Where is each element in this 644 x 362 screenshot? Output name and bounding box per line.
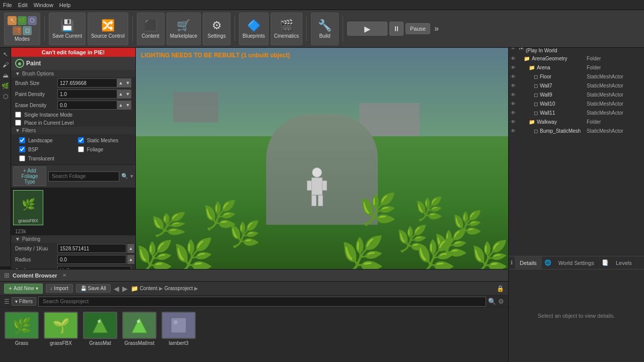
outliner-eye-6[interactable]: 👁 [511, 101, 519, 107]
mode-select-btn[interactable]: ↖ [1, 50, 10, 59]
outliner-eye-1[interactable]: 👁 [511, 56, 519, 61]
outliner-item-arena[interactable]: 👁 📁 Arena Folder [509, 63, 644, 72]
cb-asset-grass[interactable]: 🌿 Grass [4, 312, 39, 346]
erase-density-down[interactable]: ▼ [124, 101, 131, 110]
brush-options-header[interactable]: ▼ Brush Options [11, 70, 135, 77]
cb-breadcrumb: 📁 Content ▶ Grassproject ▶ [131, 285, 494, 292]
cb-asset-lambert3-thumb [162, 312, 196, 339]
source-control-btn[interactable]: 🔀 Source Control [88, 13, 128, 45]
viewport[interactable]: 🌿 🌿 🌿 🌿 🌿 🌿 🌿 🌿 🌿 🌿 🌿 🌿 🌿 LIGHTING NEEDS… [136, 48, 508, 269]
density-input[interactable] [57, 244, 126, 253]
pause-btn[interactable]: ⏸ [389, 22, 404, 36]
menu-edit[interactable]: Edit [18, 2, 28, 8]
cb-forward-btn[interactable]: ▶ [122, 285, 128, 293]
outliner-item-areageometry[interactable]: 👁 📁 ArenaGeometry Folder [509, 54, 644, 63]
settings-btn[interactable]: ⚙ Settings [203, 13, 230, 45]
foliage-asset-grassfbx[interactable]: 🌿 grassFBX [13, 190, 43, 225]
cb-search-input[interactable] [38, 297, 486, 307]
single-instance-label: Single Instance Mode [24, 112, 72, 118]
radius-up[interactable]: ▲ [127, 255, 134, 264]
foliage-search-input[interactable] [48, 171, 119, 182]
foliage-checkbox[interactable] [78, 146, 84, 152]
translucent-label: Translucent [28, 156, 54, 161]
search-icon[interactable]: 🔍 [121, 173, 128, 179]
pause-label-btn[interactable]: Pause [406, 23, 430, 34]
cb-asset-grassfbx[interactable]: 🌱 grassFBX [43, 312, 78, 346]
save-current-btn[interactable]: 💾 Save Current [49, 13, 86, 45]
outliner-eye-4[interactable]: 👁 [511, 83, 519, 88]
outliner-item-floor[interactable]: 👁 ◻ Floor StaticMeshActor [509, 72, 644, 81]
mode-geometry-btn[interactable]: ⬡ [1, 92, 10, 101]
cb-import-btn[interactable]: ↓ Import [46, 284, 73, 293]
cb-asset-grassmatinst[interactable]: GrassMatInst [122, 312, 157, 346]
cb-filters-btn[interactable]: ▾ Filters [12, 297, 36, 306]
blueprints-icon: 🔷 [247, 19, 261, 32]
tab-levels[interactable]: Levels [611, 256, 637, 269]
blueprints-btn[interactable]: 🔷 Blueprints [239, 13, 268, 45]
erase-density-input[interactable] [57, 101, 117, 110]
outliner-item-bump[interactable]: 👁 ◻ Bump_StaticMesh StaticMeshActor [509, 126, 644, 135]
brush-size-input[interactable] [57, 78, 117, 87]
tab-details[interactable]: Details [515, 256, 542, 269]
outliner-eye-2[interactable]: 👁 [511, 65, 519, 70]
outliner-item-wall7[interactable]: 👁 ◻ Wall7 StaticMeshActor [509, 81, 644, 90]
content-btn[interactable]: ⬛ Content [137, 13, 165, 45]
outliner-eye-5[interactable]: 👁 [511, 92, 519, 98]
outliner-eye-9[interactable]: 👁 [511, 128, 519, 134]
paint-density-up[interactable]: ▲ [117, 89, 124, 99]
brush-size-up[interactable]: ▲ [117, 78, 124, 87]
filters-header[interactable]: ▼ Filters [11, 127, 135, 134]
cb-search-btn[interactable]: 🔍 [488, 298, 496, 305]
cb-save-all-btn[interactable]: 💾 Save All [76, 284, 111, 293]
outliner-eye-3[interactable]: 👁 [511, 74, 519, 79]
cb-view-settings-btn[interactable]: ⚙ [498, 298, 504, 305]
tab-world-settings[interactable]: World Settings [553, 256, 600, 269]
menu-file[interactable]: File [3, 2, 12, 8]
mode-foliage-btn[interactable]: 🌿 [1, 81, 10, 90]
single-instance-checkbox[interactable] [15, 112, 21, 118]
mode-landscape-btn[interactable]: ⛰ [1, 71, 10, 80]
build-btn[interactable]: 🔧 Build [311, 13, 339, 45]
landscape-checkbox[interactable] [19, 137, 25, 143]
marketplace-btn[interactable]: 🛒 Marketplace [167, 13, 201, 45]
play-btn[interactable]: ▶ [347, 22, 387, 36]
outliner-item-walkway[interactable]: 👁 📁 Walkway Folder [509, 117, 644, 126]
paint-title-text: Paint [26, 60, 41, 67]
erase-density-up[interactable]: ▲ [117, 101, 124, 110]
cinematics-btn[interactable]: 🎬 Cinematics [271, 13, 302, 45]
mode-paint-btn[interactable]: 🖌 [1, 60, 10, 69]
bsp-checkbox[interactable] [19, 146, 25, 152]
outliner-eye-8[interactable]: 👁 [511, 119, 519, 125]
modes-btn[interactable]: ↖ 🌿 ⬡ 🍂 ◻ Modes [4, 13, 40, 45]
menu-window[interactable]: Window [34, 2, 53, 8]
cb-close-icon[interactable]: ✕ [62, 273, 66, 278]
brush-size-down[interactable]: ▼ [124, 78, 131, 87]
place-in-level-checkbox[interactable] [15, 120, 21, 126]
outliner-item-wall9[interactable]: 👁 ◻ Wall9 StaticMeshActor [509, 90, 644, 99]
cb-breadcrumb-grassproject[interactable]: Grassproject [165, 286, 193, 291]
toolbar-expand-btn[interactable]: » [432, 22, 441, 35]
outliner-item-wall11[interactable]: 👁 ◻ Wall11 StaticMeshActor [509, 108, 644, 117]
add-foliage-type-btn[interactable]: + Add Foliage Type [13, 166, 46, 186]
paint-active-indicator: ● [15, 59, 24, 68]
static-meshes-checkbox[interactable] [78, 137, 84, 143]
outliner-item-wall10[interactable]: 👁 ◻ Wall10 StaticMeshActor [509, 99, 644, 108]
cb-back-btn[interactable]: ◀ [114, 285, 119, 293]
foliage-view-icon[interactable]: ▾ [130, 173, 133, 179]
menu-help[interactable]: Help [59, 2, 71, 8]
paint-density-input[interactable] [57, 89, 117, 99]
translucent-checkbox[interactable] [19, 155, 25, 161]
cb-asset-grassmat[interactable]: GrassMat [83, 312, 118, 346]
brush-options-label: Brush Options [22, 71, 54, 76]
cb-asset-lambert3[interactable]: lambert3 [161, 312, 196, 346]
settings-label: Settings [208, 33, 226, 39]
density-up[interactable]: ▲ [127, 244, 134, 253]
cb-add-new-btn[interactable]: + Add New ▾ [4, 284, 43, 294]
outliner-icon-7: ◻ [534, 110, 538, 116]
outliner-eye-7[interactable]: 👁 [511, 110, 519, 116]
painting-header[interactable]: ▼ Painting [11, 235, 135, 243]
cb-breadcrumb-content[interactable]: Content [140, 286, 157, 291]
paint-density-down[interactable]: ▼ [124, 89, 131, 99]
cb-lock-icon[interactable]: 🔒 [497, 285, 504, 292]
radius-input[interactable] [57, 255, 126, 264]
